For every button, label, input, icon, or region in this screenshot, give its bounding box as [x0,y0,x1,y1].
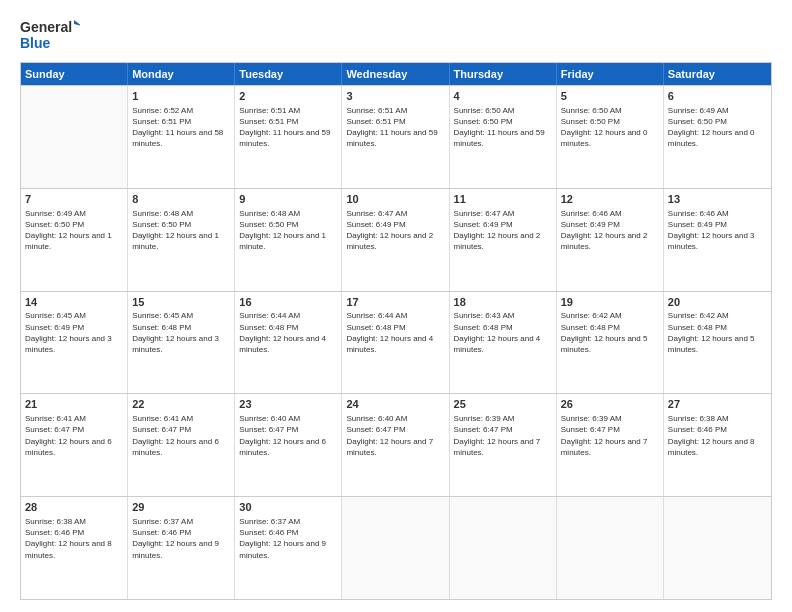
cal-cell: 29Sunrise: 6:37 AMSunset: 6:46 PMDayligh… [128,497,235,599]
cell-info: Sunrise: 6:51 AMSunset: 6:51 PMDaylight:… [239,105,337,150]
day-number: 18 [454,295,552,310]
cal-cell: 25Sunrise: 6:39 AMSunset: 6:47 PMDayligh… [450,394,557,496]
cell-info: Sunrise: 6:45 AMSunset: 6:48 PMDaylight:… [132,310,230,355]
cal-cell: 7Sunrise: 6:49 AMSunset: 6:50 PMDaylight… [21,189,128,291]
day-number: 15 [132,295,230,310]
day-number: 8 [132,192,230,207]
cal-week-4: 21Sunrise: 6:41 AMSunset: 6:47 PMDayligh… [21,393,771,496]
cal-cell: 27Sunrise: 6:38 AMSunset: 6:46 PMDayligh… [664,394,771,496]
cal-week-1: 1Sunrise: 6:52 AMSunset: 6:51 PMDaylight… [21,85,771,188]
day-number: 14 [25,295,123,310]
day-number: 12 [561,192,659,207]
cal-cell: 12Sunrise: 6:46 AMSunset: 6:49 PMDayligh… [557,189,664,291]
day-number: 21 [25,397,123,412]
cell-info: Sunrise: 6:38 AMSunset: 6:46 PMDaylight:… [25,516,123,561]
calendar: SundayMondayTuesdayWednesdayThursdayFrid… [20,62,772,600]
day-number: 16 [239,295,337,310]
day-number: 1 [132,89,230,104]
cal-cell: 3Sunrise: 6:51 AMSunset: 6:51 PMDaylight… [342,86,449,188]
cell-info: Sunrise: 6:49 AMSunset: 6:50 PMDaylight:… [668,105,767,150]
cell-info: Sunrise: 6:47 AMSunset: 6:49 PMDaylight:… [346,208,444,253]
day-number: 2 [239,89,337,104]
cell-info: Sunrise: 6:42 AMSunset: 6:48 PMDaylight:… [668,310,767,355]
logo: General Blue [20,16,80,54]
cell-info: Sunrise: 6:37 AMSunset: 6:46 PMDaylight:… [132,516,230,561]
cal-header-cell-sunday: Sunday [21,63,128,85]
cell-info: Sunrise: 6:49 AMSunset: 6:50 PMDaylight:… [25,208,123,253]
cal-cell [664,497,771,599]
cell-info: Sunrise: 6:38 AMSunset: 6:46 PMDaylight:… [668,413,767,458]
cell-info: Sunrise: 6:44 AMSunset: 6:48 PMDaylight:… [239,310,337,355]
day-number: 6 [668,89,767,104]
cal-cell: 18Sunrise: 6:43 AMSunset: 6:48 PMDayligh… [450,292,557,394]
cell-info: Sunrise: 6:37 AMSunset: 6:46 PMDaylight:… [239,516,337,561]
cal-cell: 15Sunrise: 6:45 AMSunset: 6:48 PMDayligh… [128,292,235,394]
cal-cell: 19Sunrise: 6:42 AMSunset: 6:48 PMDayligh… [557,292,664,394]
cell-info: Sunrise: 6:40 AMSunset: 6:47 PMDaylight:… [239,413,337,458]
header: General Blue [20,16,772,54]
cal-cell: 23Sunrise: 6:40 AMSunset: 6:47 PMDayligh… [235,394,342,496]
cell-info: Sunrise: 6:50 AMSunset: 6:50 PMDaylight:… [561,105,659,150]
day-number: 22 [132,397,230,412]
cal-cell: 16Sunrise: 6:44 AMSunset: 6:48 PMDayligh… [235,292,342,394]
cal-cell: 26Sunrise: 6:39 AMSunset: 6:47 PMDayligh… [557,394,664,496]
cal-cell: 10Sunrise: 6:47 AMSunset: 6:49 PMDayligh… [342,189,449,291]
cell-info: Sunrise: 6:45 AMSunset: 6:49 PMDaylight:… [25,310,123,355]
cal-header-cell-monday: Monday [128,63,235,85]
calendar-header-row: SundayMondayTuesdayWednesdayThursdayFrid… [21,63,771,85]
cal-header-cell-friday: Friday [557,63,664,85]
cell-info: Sunrise: 6:40 AMSunset: 6:47 PMDaylight:… [346,413,444,458]
cal-cell: 6Sunrise: 6:49 AMSunset: 6:50 PMDaylight… [664,86,771,188]
logo-svg: General Blue [20,16,80,54]
cell-info: Sunrise: 6:44 AMSunset: 6:48 PMDaylight:… [346,310,444,355]
cell-info: Sunrise: 6:46 AMSunset: 6:49 PMDaylight:… [561,208,659,253]
cal-week-3: 14Sunrise: 6:45 AMSunset: 6:49 PMDayligh… [21,291,771,394]
cal-cell: 11Sunrise: 6:47 AMSunset: 6:49 PMDayligh… [450,189,557,291]
cal-cell [557,497,664,599]
svg-text:General: General [20,19,72,35]
day-number: 13 [668,192,767,207]
cal-cell: 5Sunrise: 6:50 AMSunset: 6:50 PMDaylight… [557,86,664,188]
cal-cell: 13Sunrise: 6:46 AMSunset: 6:49 PMDayligh… [664,189,771,291]
day-number: 25 [454,397,552,412]
day-number: 24 [346,397,444,412]
day-number: 27 [668,397,767,412]
cal-cell: 9Sunrise: 6:48 AMSunset: 6:50 PMDaylight… [235,189,342,291]
cal-cell: 28Sunrise: 6:38 AMSunset: 6:46 PMDayligh… [21,497,128,599]
cal-cell: 1Sunrise: 6:52 AMSunset: 6:51 PMDaylight… [128,86,235,188]
day-number: 3 [346,89,444,104]
cell-info: Sunrise: 6:51 AMSunset: 6:51 PMDaylight:… [346,105,444,150]
cal-week-5: 28Sunrise: 6:38 AMSunset: 6:46 PMDayligh… [21,496,771,599]
day-number: 9 [239,192,337,207]
cal-cell: 2Sunrise: 6:51 AMSunset: 6:51 PMDaylight… [235,86,342,188]
cell-info: Sunrise: 6:43 AMSunset: 6:48 PMDaylight:… [454,310,552,355]
cal-week-2: 7Sunrise: 6:49 AMSunset: 6:50 PMDaylight… [21,188,771,291]
cell-info: Sunrise: 6:48 AMSunset: 6:50 PMDaylight:… [132,208,230,253]
cal-cell [342,497,449,599]
day-number: 20 [668,295,767,310]
day-number: 26 [561,397,659,412]
cal-header-cell-thursday: Thursday [450,63,557,85]
page: General Blue SundayMondayTuesdayWednesda… [0,0,792,612]
cal-cell [21,86,128,188]
svg-marker-2 [74,20,80,26]
cal-cell: 21Sunrise: 6:41 AMSunset: 6:47 PMDayligh… [21,394,128,496]
cal-cell: 14Sunrise: 6:45 AMSunset: 6:49 PMDayligh… [21,292,128,394]
cell-info: Sunrise: 6:52 AMSunset: 6:51 PMDaylight:… [132,105,230,150]
day-number: 23 [239,397,337,412]
cal-cell: 4Sunrise: 6:50 AMSunset: 6:50 PMDaylight… [450,86,557,188]
cell-info: Sunrise: 6:41 AMSunset: 6:47 PMDaylight:… [132,413,230,458]
day-number: 30 [239,500,337,515]
day-number: 11 [454,192,552,207]
day-number: 29 [132,500,230,515]
cal-cell: 30Sunrise: 6:37 AMSunset: 6:46 PMDayligh… [235,497,342,599]
cal-header-cell-wednesday: Wednesday [342,63,449,85]
cell-info: Sunrise: 6:46 AMSunset: 6:49 PMDaylight:… [668,208,767,253]
cal-cell [450,497,557,599]
day-number: 28 [25,500,123,515]
day-number: 19 [561,295,659,310]
day-number: 7 [25,192,123,207]
cal-cell: 17Sunrise: 6:44 AMSunset: 6:48 PMDayligh… [342,292,449,394]
cal-cell: 22Sunrise: 6:41 AMSunset: 6:47 PMDayligh… [128,394,235,496]
svg-text:Blue: Blue [20,35,51,51]
